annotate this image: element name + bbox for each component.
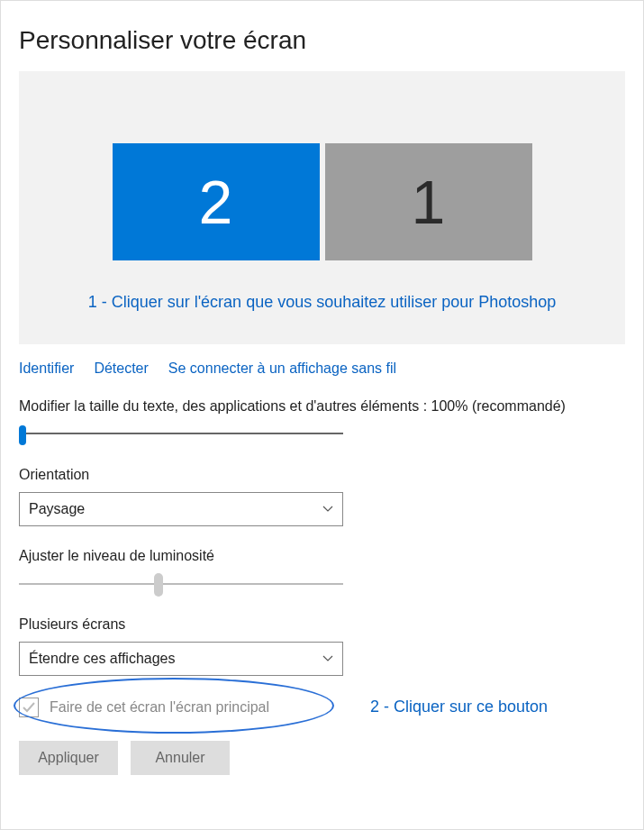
primary-display-label: Faire de cet écran l'écran principal	[50, 699, 269, 716]
identify-link[interactable]: Identifier	[19, 360, 74, 377]
slider-thumb[interactable]	[154, 573, 163, 597]
slider-thumb[interactable]	[19, 425, 26, 445]
page-title: Personnaliser votre écran	[19, 26, 625, 55]
orientation-select[interactable]: Paysage	[19, 492, 343, 526]
scale-label: Modifier la taille du texte, des applica…	[19, 398, 625, 415]
annotation-step-1: 1 - Cliquer sur l'écran que vous souhait…	[35, 293, 609, 312]
multi-display-select[interactable]: Étendre ces affichages	[19, 642, 343, 676]
scale-slider[interactable]	[19, 424, 343, 445]
monitor-tile-2[interactable]: 2	[113, 143, 320, 260]
orientation-value: Paysage	[29, 501, 85, 517]
chevron-down-icon	[322, 653, 333, 664]
multi-display-value: Étendre ces affichages	[29, 651, 175, 667]
primary-display-row: Faire de cet écran l'écran principal 2 -…	[19, 698, 625, 717]
monitor-arrangement-area: 2 1 1 - Cliquer sur l'écran que vous sou…	[19, 71, 625, 344]
dialog-buttons: Appliquer Annuler	[19, 741, 625, 775]
multi-display-label: Plusieurs écrans	[19, 616, 625, 633]
primary-display-checkbox[interactable]	[19, 698, 39, 717]
wireless-display-link[interactable]: Se connecter à un affichage sans fil	[168, 360, 396, 377]
display-links: Identifier Détecter Se connecter à un af…	[19, 360, 625, 377]
chevron-down-icon	[322, 504, 333, 515]
annotation-step-2: 2 - Cliquer sur ce bouton	[370, 698, 548, 716]
check-icon	[22, 700, 36, 715]
monitor-layout: 2 1	[35, 143, 609, 260]
slider-track	[19, 433, 343, 434]
slider-track	[19, 583, 343, 585]
detect-link[interactable]: Détecter	[94, 360, 148, 377]
brightness-label: Ajuster le niveau de luminosité	[19, 548, 625, 564]
cancel-button[interactable]: Annuler	[131, 741, 230, 775]
orientation-label: Orientation	[19, 467, 625, 483]
monitor-tile-1[interactable]: 1	[325, 143, 532, 260]
apply-button[interactable]: Appliquer	[19, 741, 118, 775]
brightness-slider[interactable]	[19, 573, 343, 595]
